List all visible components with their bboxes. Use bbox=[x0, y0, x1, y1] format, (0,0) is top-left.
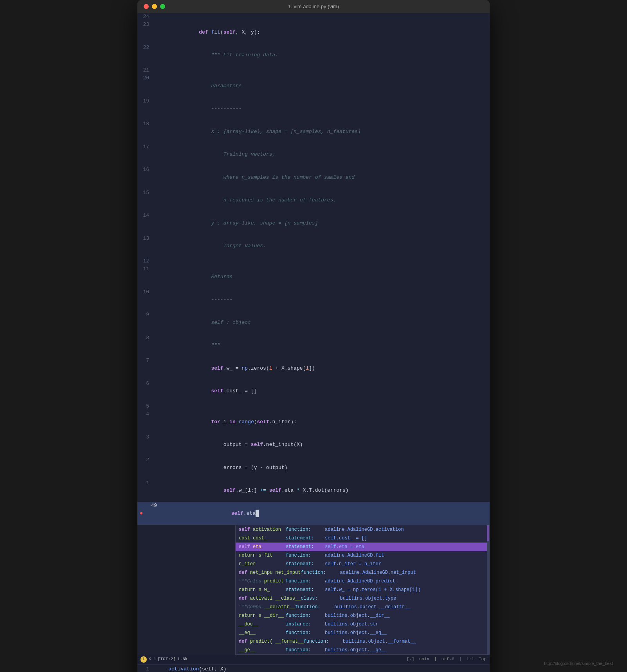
file-size-1: 1.6k bbox=[177, 656, 187, 663]
table-row: 17 Training vectors, bbox=[137, 143, 490, 166]
code-lines: 24 23 def fit(self, X, y): 22 """ Fit tr… bbox=[137, 13, 490, 525]
code-editor: 24 23 def fit(self, X, y): 22 """ Fit tr… bbox=[137, 13, 490, 672]
table-row: 13 Target values. bbox=[137, 235, 490, 258]
autocomplete-item[interactable]: def activati __class__ class: builtins.o… bbox=[236, 594, 487, 603]
table-row: 4 for i in range(self.n_iter): bbox=[137, 410, 490, 433]
vim-window: 1. vim adaline.py (vim) 24 23 def fit(se… bbox=[137, 0, 490, 672]
autocomplete-item[interactable]: """Calcu predict function: adaline.Adali… bbox=[236, 577, 487, 586]
table-row: 16 where n_samples is the number of saml… bbox=[137, 166, 490, 189]
breakpoint-icon: ● bbox=[137, 502, 145, 525]
buffer-number-1: 1 bbox=[141, 656, 147, 663]
table-row: 6 self.cost_ = [] bbox=[137, 380, 490, 403]
table-row: 24 bbox=[137, 13, 490, 21]
table-row: 14 y : array-like, shape = [n_samples] bbox=[137, 212, 490, 235]
table-row: 18 X : {array-like}, shape = [n_samples,… bbox=[137, 120, 490, 143]
table-row: 15 n_features is the number of features. bbox=[137, 189, 490, 212]
table-row: 21 bbox=[137, 66, 490, 74]
table-row: 7 self.w_ = np.zeros(1 + X.shape[1]) bbox=[137, 357, 490, 380]
table-row: 8 """ bbox=[137, 334, 490, 357]
maximize-button[interactable] bbox=[160, 4, 165, 9]
autocomplete-item[interactable]: def predict( __format__ function: builti… bbox=[236, 637, 487, 646]
branch-icon-1: ⌥ 1 bbox=[148, 656, 156, 663]
table-row: 20 Parameters bbox=[137, 74, 490, 97]
autocomplete-item[interactable]: __doc__ instance: builtins.object.str bbox=[236, 620, 487, 629]
separator-pipe2: | bbox=[459, 656, 462, 663]
autocomplete-item[interactable]: def net_inpu net_input function: adaline… bbox=[236, 568, 487, 577]
close-button[interactable] bbox=[144, 4, 149, 9]
autocomplete-item[interactable]: return n w_ statement: self.w_ = np.zero… bbox=[236, 586, 487, 594]
tot-label-1: [TOT:2] bbox=[158, 656, 176, 663]
autocomplete-item[interactable]: """Compu __delattr__ function: builtins.… bbox=[236, 603, 487, 611]
minimize-button[interactable] bbox=[152, 4, 157, 9]
separator-pipe: | bbox=[434, 656, 437, 663]
cursor-position: 1:1 bbox=[466, 656, 474, 663]
statusbar-right: [-] unix | utf-8 | 1:1 Top bbox=[407, 656, 490, 663]
table-row: 1 self.w_[1:] += self.eta * X.T.dot(erro… bbox=[137, 479, 490, 502]
autocomplete-item[interactable]: return s fit function: adaline.AdalineGD… bbox=[236, 551, 487, 560]
table-row: 19 ---------- bbox=[137, 97, 490, 120]
autocomplete-item[interactable]: return s __dir__ function: builtins.obje… bbox=[236, 611, 487, 620]
table-row: 5 bbox=[137, 402, 490, 410]
autocomplete-item[interactable]: self activation function: adaline.Adalin… bbox=[236, 525, 487, 534]
autocomplete-scrollbar-thumb bbox=[487, 525, 489, 541]
mode-indicator: [-] bbox=[407, 656, 414, 663]
autocomplete-scrollbar[interactable] bbox=[487, 525, 489, 654]
autocomplete-item[interactable]: __ge__ function: builtins.object.__ge__ bbox=[236, 646, 487, 654]
table-row: 11 Returns bbox=[137, 265, 490, 288]
titlebar: 1. vim adaline.py (vim) bbox=[137, 0, 490, 13]
table-row: 2 errors = (y - output) bbox=[137, 456, 490, 479]
autocomplete-item[interactable]: __eq__ function: builtins.object.__eq__ bbox=[236, 629, 487, 637]
encoding-label: utf-8 bbox=[441, 656, 454, 663]
statusbar-1: 1 ⌥ 1 [TOT:2] 1.6k [-] unix | utf-8 | 1:… bbox=[137, 655, 490, 664]
scroll-position: Top bbox=[479, 656, 486, 663]
cursor-block bbox=[256, 510, 259, 517]
table-row: 9 self : object bbox=[137, 311, 490, 334]
autocomplete-dropdown: self activation function: adaline.Adalin… bbox=[235, 525, 490, 655]
autocomplete-item-selected[interactable]: self eta statement: self.eta = eta bbox=[236, 543, 487, 551]
preview-area: 1 activation(self, X) Compute linear act… bbox=[137, 664, 490, 672]
url-text: http://blog.csdn.net/simple_the_best bbox=[544, 661, 613, 666]
table-row: 10 ------- bbox=[137, 288, 490, 311]
file-format: unix bbox=[419, 656, 429, 663]
bottom-url: http://blog.csdn.net/simple_the_best bbox=[538, 658, 619, 669]
table-row: 23 def fit(self, X, y): bbox=[137, 21, 490, 44]
preview-line-1: 1 activation(self, X) bbox=[137, 665, 490, 672]
autocomplete-item[interactable]: n_iter statement: self.n_iter = n_iter bbox=[236, 560, 487, 568]
table-row: 3 output = self.net_input(X) bbox=[137, 433, 490, 456]
autocomplete-item[interactable]: cost cost_ statement: self.cost_ = [] bbox=[236, 534, 487, 543]
statusbar-left: 1 ⌥ 1 [TOT:2] 1.6k bbox=[137, 656, 191, 663]
window-title: 1. vim adaline.py (vim) bbox=[288, 4, 339, 9]
table-row: 22 """ Fit training data. bbox=[137, 44, 490, 67]
active-code-line: ● 49 self.eta bbox=[137, 502, 490, 525]
table-row: 12 bbox=[137, 257, 490, 265]
